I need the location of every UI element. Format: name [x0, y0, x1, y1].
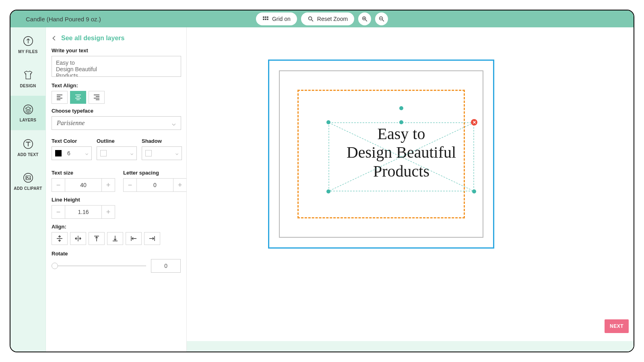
chevron-down-icon: ⌵ [130, 150, 133, 156]
text-size-plus-button[interactable]: + [101, 178, 115, 192]
rail-design[interactable]: DESIGN [10, 62, 45, 96]
align-vcenter-icon [56, 235, 63, 242]
reset-zoom-button[interactable]: Reset Zoom [301, 12, 354, 25]
letter-spacing-minus-button[interactable]: − [123, 178, 137, 192]
rotate-value[interactable]: 0 [151, 259, 181, 273]
align-left-icon [56, 94, 63, 101]
align-hcenter-icon [74, 235, 82, 242]
color-swatch-empty-icon [100, 150, 107, 156]
text-icon [22, 138, 34, 150]
rotate-label: Rotate [52, 251, 181, 257]
line-height-plus-button[interactable]: + [101, 205, 115, 219]
search-icon [308, 16, 314, 22]
align-center-button[interactable] [70, 91, 86, 104]
align-bottom-button[interactable] [107, 232, 123, 245]
image-icon [22, 172, 34, 184]
align-center-icon [74, 94, 82, 101]
align-left-button[interactable] [52, 91, 68, 104]
resize-handle-br[interactable] [472, 189, 476, 193]
text-size-minus-button[interactable]: − [52, 178, 65, 192]
delete-element-button[interactable]: ✕ [471, 119, 477, 125]
chevron-down-icon: ⌵ [85, 150, 88, 156]
zoom-out-button[interactable] [375, 12, 388, 25]
rail-layers-label: LAYERS [20, 118, 36, 122]
svg-line-9 [365, 20, 367, 21]
selected-text-element[interactable]: ✕ Easy to Design Beautiful Products [328, 122, 474, 191]
svg-rect-1 [265, 16, 266, 18]
grid-toggle-label: Grid on [272, 16, 291, 22]
rotate-handle[interactable] [399, 106, 403, 110]
shadow-select[interactable]: ⌵ [142, 146, 182, 160]
chevron-left-icon [52, 35, 57, 41]
rail-add-clipart[interactable]: ADD CLIPART [10, 164, 45, 198]
align-top-button[interactable] [89, 232, 105, 245]
align-right-edge-button[interactable] [144, 232, 160, 245]
align-bottom-icon [111, 235, 119, 242]
left-rail: MY FILES DESIGN LAYERS ADD TEXT ADD CLIP… [10, 27, 46, 352]
rail-layers[interactable]: LAYERS [10, 96, 45, 130]
align-right-button[interactable] [89, 91, 105, 104]
selection-bounds-icon [328, 122, 474, 191]
line-height-stepper: − 1.16 + [52, 205, 115, 219]
color-swatch-empty-icon [145, 150, 152, 156]
design-canvas[interactable]: ✕ Easy to Design Beautiful Products NEXT [187, 27, 634, 352]
document-title: Candle (Hand Poured 9 oz.) [26, 16, 101, 23]
outline-label: Outline [97, 138, 137, 144]
line-height-value[interactable]: 1.16 [65, 205, 101, 219]
text-color-select[interactable]: 6 ⌵ [52, 146, 92, 160]
top-toolbar: Candle (Hand Poured 9 oz.) Grid on Reset… [10, 10, 634, 27]
text-color-value: 6 [67, 150, 70, 156]
typeface-label: Choose typeface [52, 108, 181, 114]
align-right-icon [93, 94, 100, 101]
letter-spacing-label: Letter spacing [123, 170, 187, 176]
grid-toggle-button[interactable]: Grid on [256, 12, 297, 25]
rail-add-text-label: ADD TEXT [17, 152, 38, 157]
resize-handle-bl[interactable] [326, 189, 330, 193]
upload-icon [22, 35, 34, 47]
zoom-in-icon [361, 16, 368, 22]
letter-spacing-stepper: − 0 + [123, 178, 187, 192]
align-left-edge-icon [130, 235, 137, 242]
text-size-value[interactable]: 40 [65, 178, 101, 192]
align-left-edge-button[interactable] [126, 232, 142, 245]
chevron-down-icon: ⌵ [175, 150, 178, 156]
resize-handle-tl[interactable] [326, 120, 330, 124]
svg-rect-19 [26, 176, 30, 179]
text-size-label: Text size [52, 170, 115, 176]
svg-rect-5 [267, 19, 268, 20]
svg-rect-4 [265, 19, 266, 20]
rail-design-label: DESIGN [20, 84, 36, 88]
resize-handle-tm[interactable] [399, 120, 403, 124]
text-align-label: Text Align: [52, 82, 181, 88]
rotate-slider[interactable] [52, 263, 146, 269]
back-to-layers-link[interactable]: See all design layers [52, 35, 181, 42]
letter-spacing-plus-button[interactable]: + [173, 178, 187, 192]
align-label: Align: [52, 224, 181, 230]
zoom-in-button[interactable] [358, 12, 371, 25]
text-color-label: Text Color [52, 138, 92, 144]
artboard-outer: ✕ Easy to Design Beautiful Products [268, 60, 494, 249]
color-swatch-icon [55, 150, 62, 156]
rail-add-clipart-label: ADD CLIPART [14, 186, 42, 191]
letter-spacing-value[interactable]: 0 [137, 178, 173, 192]
svg-line-7 [312, 20, 313, 21]
text-input[interactable] [52, 56, 181, 77]
bottom-bar [187, 341, 634, 352]
reset-zoom-label: Reset Zoom [317, 16, 348, 22]
line-height-minus-button[interactable]: − [52, 205, 65, 219]
rail-my-files-label: MY FILES [18, 49, 37, 54]
svg-rect-2 [267, 16, 268, 18]
chevron-down-icon: ⌵ [172, 119, 176, 127]
typeface-value: Parisienne [57, 119, 85, 127]
align-vcenter-button[interactable] [52, 232, 68, 245]
next-button[interactable]: NEXT [605, 319, 629, 333]
tshirt-icon [22, 69, 34, 81]
typeface-select[interactable]: Parisienne ⌵ [52, 116, 181, 130]
rail-add-text[interactable]: ADD TEXT [10, 130, 45, 164]
align-hcenter-button[interactable] [70, 232, 86, 245]
outline-select[interactable]: ⌵ [97, 146, 137, 160]
text-size-stepper: − 40 + [52, 178, 115, 192]
write-text-label: Write your text [52, 47, 181, 53]
shadow-label: Shadow [142, 138, 182, 144]
rail-my-files[interactable]: MY FILES [10, 27, 45, 62]
